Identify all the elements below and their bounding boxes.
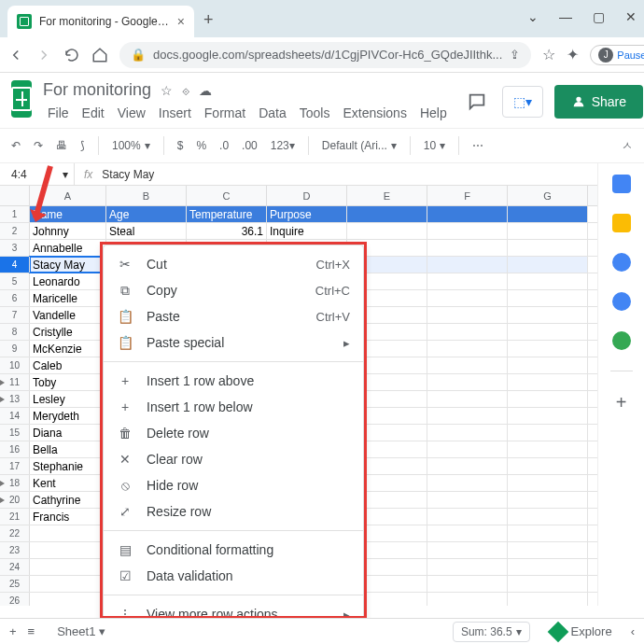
font-size[interactable]: 10▾ [424,139,445,152]
address-bar[interactable]: 🔒 docs.google.com/spreadsheets/d/1CgjPIV… [119,42,531,68]
row-header[interactable]: 25 [0,576,30,592]
menu-file[interactable]: File [43,104,74,122]
document-title[interactable]: For monitoring [43,80,151,100]
col-header[interactable]: F [427,186,508,205]
ctx-data-validation[interactable]: ☑Data validation [104,563,363,589]
comments-icon[interactable] [463,88,491,116]
row-header[interactable]: 17 [0,458,30,474]
menu-format[interactable]: Format [200,104,250,122]
star-icon[interactable]: ☆ [161,83,173,98]
header-cell[interactable]: Purpose [267,206,347,222]
cell[interactable]: Steal [106,223,187,239]
row-header[interactable]: 21 [0,509,30,525]
row-header[interactable]: 22 [0,525,30,541]
calendar-icon[interactable] [612,175,631,193]
toolbar-collapse-icon[interactable]: ㅅ [622,138,633,154]
cell[interactable]: Cathyrine [30,492,106,508]
menu-help[interactable]: Help [415,104,452,122]
close-tab-icon[interactable]: × [177,14,185,29]
cell[interactable]: Lesley [30,391,106,407]
cell[interactable]: Cristylle [30,324,106,340]
row-header[interactable]: 10 [0,357,30,373]
row-header[interactable]: 5 [0,273,30,289]
increase-decimal-icon[interactable]: .00 [242,139,258,152]
row-header[interactable]: 1 [0,206,30,222]
print-icon[interactable]: 🖶 [56,139,67,152]
more-toolbar-icon[interactable]: ⋯ [472,139,483,152]
ctx-hide-row[interactable]: ⦸Hide row [104,472,363,498]
menu-view[interactable]: View [113,104,150,122]
row-header[interactable]: 8 [0,324,30,340]
chevron-down-icon[interactable]: ⌄ [527,9,539,24]
row-header[interactable]: 2 [0,223,30,239]
keep-icon[interactable] [612,214,631,232]
formula-value[interactable]: Stacy May [102,168,154,181]
new-tab-button[interactable]: + [203,10,214,30]
cell[interactable]: Maricelle [30,290,106,306]
ctx-paste-special[interactable]: 📋Paste special▸ [104,329,363,356]
profile-paused[interactable]: J Paused [590,45,644,65]
cell[interactable]: Leonardo [30,273,106,289]
contacts-icon[interactable] [612,292,631,311]
sheet-tab[interactable]: Sheet1 ▾ [46,622,117,641]
menu-tools[interactable]: Tools [295,104,335,122]
add-sheet-icon[interactable]: + [9,624,17,638]
header-cell[interactable]: Age [106,206,187,222]
cell[interactable]: Toby [30,374,106,390]
name-box[interactable]: 4:4▾ [0,163,75,185]
menu-data[interactable]: Data [254,104,291,122]
present-button[interactable]: ⬚▾ [502,86,543,118]
header-cell[interactable]: Temperature [187,206,267,222]
ctx-copy[interactable]: ⧉CopyCtrl+C [104,277,363,303]
currency-icon[interactable]: $ [177,139,184,152]
undo-icon[interactable]: ↶ [11,139,21,152]
add-panel-icon[interactable]: + [616,392,627,413]
more-formats-icon[interactable]: 123▾ [271,139,295,152]
cell[interactable]: Bella [30,441,106,457]
ctx-delete-row[interactable]: 🗑Delete row [104,420,363,446]
cell[interactable] [30,542,106,558]
cell[interactable] [30,525,106,541]
browser-tab[interactable]: For monitoring - Google Sheets × [7,6,194,37]
maps-icon[interactable] [612,331,631,350]
col-header[interactable]: A [30,186,106,205]
ctx-resize-row[interactable]: ⤢Resize row [104,498,363,525]
move-icon[interactable]: ⟐ [182,83,189,98]
zoom-dropdown[interactable]: 100%▾ [112,139,150,152]
ctx-cut[interactable]: ✂CutCtrl+X [104,251,363,277]
col-header[interactable]: G [508,186,588,205]
ctx-insert-below[interactable]: +Insert 1 row below [104,394,363,420]
ctx-clear-row[interactable]: ✕Clear row [104,446,363,472]
sheets-logo-icon[interactable] [11,80,32,118]
col-header[interactable]: E [347,186,427,205]
explore-button[interactable]: Explore [551,624,612,639]
row-header[interactable]: 16 [0,441,30,457]
back-icon[interactable] [7,47,24,63]
cell[interactable]: Johnny [30,223,106,239]
menu-insert[interactable]: Insert [154,104,196,122]
percent-icon[interactable]: % [196,139,206,152]
row-header[interactable]: 6 [0,290,30,306]
cell[interactable] [30,593,106,606]
row-header[interactable]: 3 [0,240,30,256]
row-header[interactable]: 23 [0,542,30,558]
row-header[interactable]: 4 [0,257,30,273]
cell[interactable]: Caleb [30,357,106,373]
all-sheets-icon[interactable]: ≡ [28,624,35,638]
col-header[interactable]: C [187,186,267,205]
extensions-icon[interactable]: ✦ [567,46,579,63]
row-header[interactable]: 20 [0,492,30,508]
row-header[interactable]: 7 [0,307,30,323]
row-header[interactable]: 18 [0,475,30,491]
cell[interactable]: Merydeth [30,408,106,424]
menu-edit[interactable]: Edit [77,104,109,122]
cell[interactable]: McKenzie [30,341,106,357]
minimize-icon[interactable]: — [559,9,572,24]
cloud-status-icon[interactable]: ☁ [199,83,212,98]
bookmark-icon[interactable]: ☆ [542,46,555,63]
row-header[interactable]: 14 [0,408,30,424]
row-header[interactable]: 13 [0,391,30,407]
cell[interactable] [30,559,106,575]
quick-sum[interactable]: Sum: 36.5▾ [453,622,530,642]
row-header[interactable]: 9 [0,341,30,357]
